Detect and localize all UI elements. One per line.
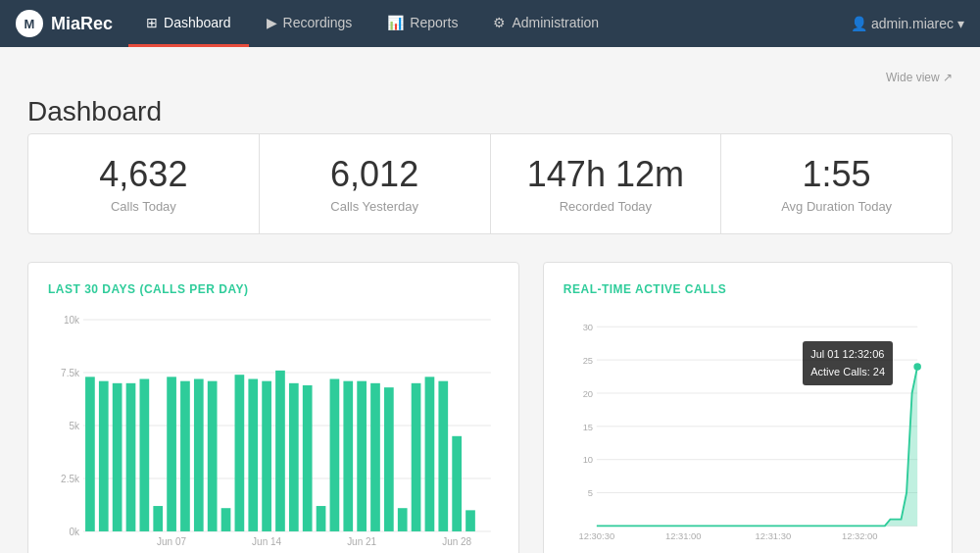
svg-rect-31 <box>370 383 380 531</box>
svg-rect-38 <box>466 510 475 531</box>
bar-chart-panel: LAST 30 DAYS (CALLS PER DAY) 10k7.5k5k2.… <box>27 262 519 553</box>
stat-value: 147h 12m <box>514 154 698 195</box>
svg-text:10k: 10k <box>64 315 79 326</box>
brand[interactable]: M MiaRec <box>16 10 113 37</box>
svg-text:30: 30 <box>582 322 592 332</box>
charts-row: LAST 30 DAYS (CALLS PER DAY) 10k7.5k5k2.… <box>27 262 953 553</box>
stat-value: 4,632 <box>52 154 235 195</box>
svg-text:5: 5 <box>588 487 593 498</box>
line-chart-title: REAL-TIME ACTIVE CALLS <box>564 282 932 296</box>
stat-value: 1:55 <box>745 154 928 195</box>
bar-chart-svg: 10k7.5k5k2.5k0kJun 07Jun 14Jun 21Jun 28 <box>48 312 499 553</box>
bar-chart-area: 10k7.5k5k2.5k0kJun 07Jun 14Jun 21Jun 28 <box>48 312 499 553</box>
line-chart-svg: 3025201510512:30:3012:31:0012:31:3012:32… <box>564 312 932 553</box>
stat-card-1: 6,012 Calls Yesterday <box>260 134 491 233</box>
dashboard-icon: ⊞ <box>146 15 158 30</box>
stat-card-3: 1:55 Avg Duration Today <box>721 134 952 233</box>
line-chart-area: 3025201510512:30:3012:31:0012:31:3012:32… <box>564 312 932 553</box>
reports-icon: 📊 <box>387 15 404 30</box>
nav-item-label: Reports <box>410 15 458 30</box>
svg-text:Jun 14: Jun 14 <box>252 536 281 547</box>
svg-text:12:32:00: 12:32:00 <box>842 530 878 541</box>
svg-text:10: 10 <box>582 454 592 465</box>
svg-rect-27 <box>317 506 326 531</box>
svg-rect-15 <box>153 506 163 531</box>
main-content: Wide view ↗ Dashboard 4,632 Calls Today … <box>0 47 980 553</box>
stat-label: Recorded Today <box>514 199 698 214</box>
stat-card-2: 147h 12m Recorded Today <box>491 134 722 233</box>
svg-rect-22 <box>248 379 258 531</box>
stat-card-0: 4,632 Calls Today <box>28 134 260 233</box>
nav-item-dashboard[interactable]: ⊞ Dashboard <box>128 0 249 47</box>
stat-value: 6,012 <box>283 154 466 195</box>
svg-rect-21 <box>235 375 245 531</box>
nav-item-label: Administration <box>512 15 599 30</box>
svg-text:20: 20 <box>582 388 592 399</box>
svg-text:12:31:30: 12:31:30 <box>755 530 791 541</box>
bar-chart-title: LAST 30 DAYS (CALLS PER DAY) <box>48 282 499 296</box>
svg-text:Jun 21: Jun 21 <box>347 536 376 547</box>
svg-rect-35 <box>425 377 435 531</box>
svg-text:0k: 0k <box>69 527 79 537</box>
svg-rect-32 <box>384 387 394 531</box>
brand-logo: M <box>16 10 43 37</box>
user-icon: 👤 <box>851 16 867 31</box>
svg-rect-25 <box>289 383 299 531</box>
admin-icon: ⚙ <box>493 15 506 30</box>
svg-rect-10 <box>85 377 95 531</box>
svg-text:15: 15 <box>582 422 592 432</box>
svg-rect-12 <box>113 383 122 531</box>
username: admin.miarec <box>871 16 954 31</box>
page-title: Dashboard <box>27 96 953 127</box>
svg-rect-18 <box>194 379 204 531</box>
stat-label: Calls Yesterday <box>283 199 466 214</box>
stat-label: Calls Today <box>52 199 235 214</box>
svg-rect-26 <box>303 385 313 531</box>
svg-text:2.5k: 2.5k <box>61 474 79 484</box>
stat-label: Avg Duration Today <box>745 199 928 214</box>
svg-rect-11 <box>99 381 109 531</box>
svg-rect-33 <box>398 508 408 531</box>
svg-text:Jun 07: Jun 07 <box>157 536 186 547</box>
svg-text:Jun 28: Jun 28 <box>442 536 471 547</box>
svg-rect-16 <box>167 377 176 531</box>
svg-point-56 <box>913 363 921 371</box>
svg-rect-19 <box>208 381 218 531</box>
brand-name: MiaRec <box>51 14 113 34</box>
nav-item-recordings[interactable]: ▶ Recordings <box>249 0 370 47</box>
svg-text:25: 25 <box>582 355 592 366</box>
svg-text:7.5k: 7.5k <box>61 368 79 378</box>
svg-rect-20 <box>221 508 231 531</box>
svg-text:12:30:30: 12:30:30 <box>578 530 614 541</box>
svg-rect-17 <box>180 381 190 531</box>
svg-rect-30 <box>357 381 367 531</box>
svg-rect-29 <box>343 381 353 531</box>
recordings-icon: ▶ <box>267 15 277 30</box>
svg-rect-34 <box>412 383 421 531</box>
svg-rect-13 <box>126 383 136 531</box>
chevron-down-icon: ▾ <box>957 16 964 31</box>
svg-rect-37 <box>452 436 462 531</box>
nav-item-administration[interactable]: ⚙ Administration <box>475 0 616 47</box>
line-chart-panel: REAL-TIME ACTIVE CALLS 3025201510512:30:… <box>543 262 953 553</box>
nav-item-label: Recordings <box>283 15 353 30</box>
nav-item-label: Dashboard <box>164 15 231 30</box>
svg-rect-23 <box>262 381 271 531</box>
nav-items: ⊞ Dashboard ▶ Recordings 📊 Reports ⚙ Adm… <box>128 0 616 47</box>
svg-rect-36 <box>438 381 448 531</box>
svg-rect-14 <box>140 379 150 531</box>
stat-cards: 4,632 Calls Today 6,012 Calls Yesterday … <box>27 133 953 234</box>
svg-rect-24 <box>275 371 285 531</box>
user-menu[interactable]: 👤 admin.miarec ▾ <box>851 16 964 31</box>
main-nav: M MiaRec ⊞ Dashboard ▶ Recordings 📊 Repo… <box>0 0 980 47</box>
svg-text:5k: 5k <box>69 421 79 431</box>
wide-view-link[interactable]: Wide view ↗ <box>27 71 953 84</box>
nav-item-reports[interactable]: 📊 Reports <box>369 0 475 47</box>
svg-rect-28 <box>330 379 340 531</box>
svg-text:12:31:00: 12:31:00 <box>665 530 702 541</box>
